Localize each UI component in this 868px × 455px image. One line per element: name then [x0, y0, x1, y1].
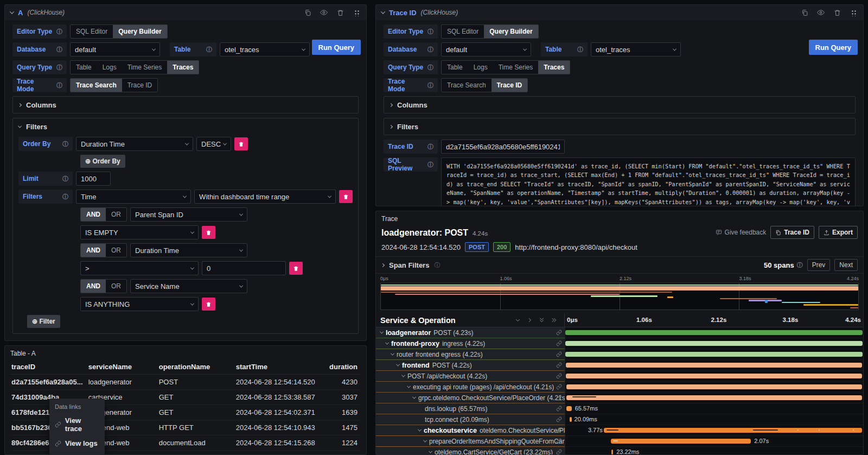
span-bar[interactable] [565, 341, 863, 346]
next-button[interactable]: Next [834, 259, 858, 271]
span-row[interactable]: executing api route (pages) /api/checkou… [376, 382, 863, 393]
span-bar[interactable] [566, 406, 572, 411]
span-name-cell[interactable]: router frontend egress (4.22s) [376, 349, 565, 360]
span-name-cell[interactable]: frontendPOST (4.22s) [376, 360, 565, 371]
filter-operator-select[interactable]: > [80, 261, 199, 275]
copy-icon[interactable] [800, 8, 809, 17]
span-row[interactable]: dns.lookup (65.57ms) 65.57ms [376, 403, 863, 414]
remove-filter-button[interactable] [202, 298, 215, 311]
add-order-by-button[interactable]: ⊕ Order By [80, 155, 125, 168]
span-row[interactable]: grpc.oteldemo.CheckoutService/PlaceOrder… [376, 393, 863, 403]
order-by-field-select[interactable]: Duration Time [76, 137, 193, 151]
col-operationName[interactable]: operationName [158, 359, 235, 375]
span-bar[interactable] [565, 330, 863, 335]
link-icon[interactable] [556, 449, 562, 455]
chevron-down-icon[interactable] [380, 330, 384, 334]
or-option[interactable]: OR [106, 244, 126, 257]
query-type-timeseries[interactable]: Time Series [493, 61, 539, 74]
trace-id-input[interactable] [441, 140, 565, 154]
chevron-down-icon[interactable] [429, 450, 432, 453]
or-option[interactable]: OR [106, 208, 126, 221]
copy-icon[interactable] [303, 8, 312, 17]
collapse-chevron-icon[interactable] [10, 9, 14, 14]
span-name-cell[interactable]: POST /api/checkout (4.22s) [376, 371, 565, 382]
span-name-cell[interactable]: executing api route (pages) /api/checkou… [376, 382, 565, 393]
link-icon[interactable] [556, 373, 562, 381]
span-bar[interactable] [566, 395, 863, 400]
columns-section-header[interactable]: Columns [384, 97, 855, 113]
col-serviceName[interactable]: serviceName [87, 359, 158, 375]
prev-button[interactable]: Prev [807, 259, 831, 271]
span-name-cell[interactable]: dns.lookup (65.57ms) [376, 403, 565, 414]
chevron-down-icon[interactable] [418, 428, 422, 432]
database-select[interactable]: default [70, 42, 160, 56]
query-builder-option[interactable]: Query Builder [484, 25, 538, 38]
link-icon[interactable] [556, 340, 562, 348]
chevron-right-icon[interactable] [381, 263, 385, 267]
query-type-table[interactable]: Table [442, 61, 468, 74]
expand-all-icon[interactable] [551, 317, 558, 323]
filter-field-select[interactable]: Parent Span ID [130, 207, 247, 222]
col-duration[interactable]: duration [327, 359, 361, 375]
or-option[interactable]: OR [106, 280, 126, 293]
link-icon[interactable] [556, 427, 562, 435]
query-type-traces[interactable]: Traces [167, 61, 199, 74]
filter-field-select[interactable]: Duration Time [130, 243, 247, 257]
columns-section-header[interactable]: Columns [13, 97, 358, 113]
sql-editor-option[interactable]: SQL Editor [442, 25, 484, 38]
and-option[interactable]: AND [81, 244, 106, 257]
span-bar[interactable] [566, 363, 863, 368]
run-query-button[interactable]: Run Query [312, 40, 361, 55]
span-filters-label[interactable]: Span Filters [389, 261, 429, 269]
query-type-logs[interactable]: Logs [468, 61, 493, 74]
filters-section-header[interactable]: Filters [13, 118, 358, 135]
collapse-one-icon[interactable] [515, 317, 521, 323]
eye-icon[interactable] [816, 8, 825, 17]
filter-operator-select[interactable]: IS ANYTHING [80, 297, 199, 311]
link-icon[interactable] [556, 384, 562, 391]
trace-id-link[interactable]: d2a7155ef6a928a05... [10, 375, 87, 390]
database-select[interactable]: default [441, 42, 531, 56]
span-name-cell[interactable]: oteldemo.CartService/GetCart (23.22ms) [376, 447, 565, 455]
trace-id-option[interactable]: Trace ID [122, 79, 158, 92]
and-option[interactable]: AND [81, 280, 106, 293]
link-icon[interactable] [556, 406, 562, 413]
span-name-cell[interactable]: frontend-proxyingress (4.22s) [376, 338, 565, 349]
query-type-traces[interactable]: Traces [538, 61, 570, 74]
link-icon[interactable] [556, 362, 562, 370]
chevron-down-icon[interactable] [412, 395, 416, 399]
link-icon[interactable] [556, 438, 562, 446]
run-query-button[interactable]: Run Query [809, 40, 858, 55]
eye-icon[interactable] [320, 8, 328, 17]
trace-search-option[interactable]: Trace Search [442, 79, 492, 92]
remove-filter-button[interactable] [289, 262, 303, 275]
drag-handle-icon[interactable] [352, 8, 361, 17]
chevron-down-icon[interactable] [401, 374, 405, 377]
query-builder-option[interactable]: Query Builder [113, 25, 167, 38]
table-select[interactable]: otel_traces [220, 42, 310, 56]
link-icon[interactable] [556, 395, 562, 402]
chevron-down-icon[interactable] [423, 439, 427, 443]
span-row[interactable]: POST /api/checkout (4.22s) [376, 371, 863, 382]
query-type-logs[interactable]: Logs [97, 61, 122, 74]
trash-icon[interactable] [336, 8, 344, 17]
chevron-down-icon[interactable] [396, 363, 400, 366]
trace-search-option[interactable]: Trace Search [71, 79, 122, 92]
trace-minimap[interactable] [380, 283, 859, 310]
span-row[interactable]: router frontend egress (4.22s) [376, 349, 863, 360]
order-by-direction-select[interactable]: DESC [196, 137, 231, 151]
collapse-all-icon[interactable] [539, 317, 545, 324]
chevron-down-icon[interactable] [385, 341, 389, 345]
remove-order-by-button[interactable] [234, 137, 248, 150]
span-row[interactable]: frontend-proxyingress (4.22s) [376, 338, 863, 349]
span-name-cell[interactable]: prepareOrderItemsAndShippingQuoteFromCar… [376, 436, 565, 447]
span-name-cell[interactable]: tcp.connect (20.09ms) [376, 414, 565, 425]
span-bar[interactable] [566, 374, 863, 378]
remove-filter-button[interactable] [339, 190, 353, 203]
filters-section-header[interactable]: Filters [384, 118, 855, 135]
span-row[interactable]: tcp.connect (20.09ms) 20.09ms [376, 414, 863, 425]
trace-id-button[interactable]: Trace ID [770, 226, 814, 239]
link-icon[interactable] [556, 416, 562, 424]
span-bar[interactable] [565, 352, 863, 357]
link-icon[interactable] [556, 330, 562, 337]
